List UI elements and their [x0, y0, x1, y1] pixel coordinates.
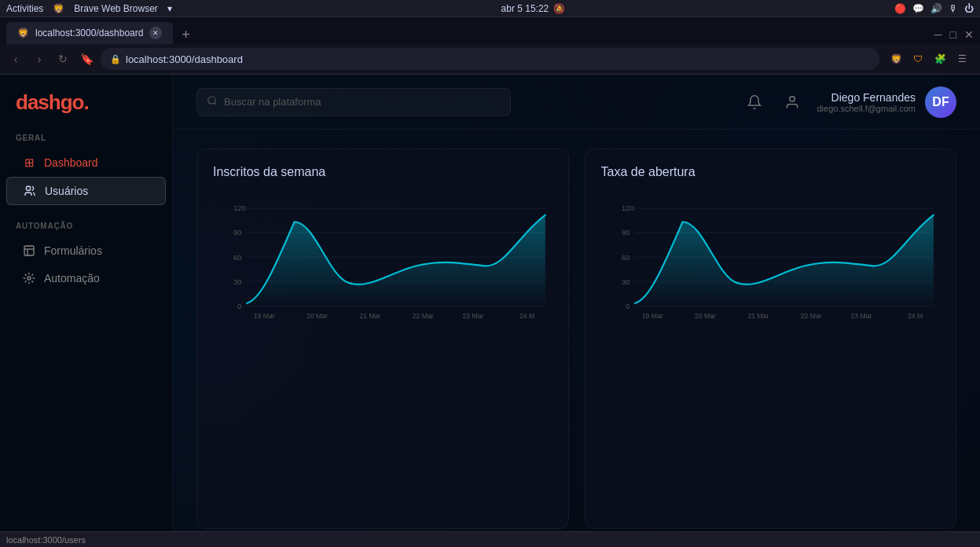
svg-text:20 Mar: 20 Mar	[695, 312, 716, 320]
sidebar: dashgo. GERAL ⊞ Dashboard Usuários AUTOM…	[0, 75, 173, 547]
svg-line-6	[215, 103, 217, 105]
browser-tab-active[interactable]: 🦁 localhost:3000/dashboard ✕	[6, 22, 173, 44]
address-bar: ‹ › ↻ 🔖 🔒 localhost:3000/dashboard 🦁 🛡 🧩…	[0, 44, 980, 74]
browser-name-label[interactable]: Brave Web Browser	[74, 3, 157, 14]
sidebar-item-formularios-label: Formulários	[44, 244, 102, 257]
svg-text:90: 90	[621, 228, 629, 237]
main-content: Inscritos da semana 120 90 60 30 0	[173, 130, 980, 547]
chart-inscritos-title: Inscritos da semana	[213, 165, 552, 179]
users-icon	[23, 184, 37, 198]
close-button[interactable]: ✕	[964, 28, 974, 41]
chart-abertura-area: 120 90 60 30 0	[601, 192, 941, 333]
bookmark-button[interactable]: 🔖	[77, 50, 96, 68]
forward-button[interactable]: ›	[30, 50, 49, 68]
svg-text:90: 90	[233, 228, 242, 237]
no-notify-icon: 🔕	[553, 3, 565, 14]
svg-text:60: 60	[233, 253, 242, 262]
secure-icon: 🔒	[110, 54, 121, 64]
logo-text: dashgo	[16, 90, 83, 114]
svg-text:120: 120	[233, 204, 246, 212]
sidebar-section-automacao: AUTOMAÇÃO Formulários Automação	[0, 222, 172, 292]
user-avatar[interactable]: DF	[925, 86, 956, 118]
tray-icon-3[interactable]: 🔊	[930, 3, 942, 14]
user-name: Diego Fernandes	[817, 91, 916, 104]
svg-text:23 Mar: 23 Mar	[463, 312, 484, 320]
svg-text:24 M: 24 M	[908, 312, 923, 320]
svg-point-7	[789, 96, 795, 101]
new-tab-button[interactable]: +	[176, 25, 195, 44]
activities-label[interactable]: Activities	[6, 3, 43, 14]
status-url: localhost:3000/users	[6, 535, 86, 545]
svg-text:23 Mar: 23 Mar	[850, 312, 872, 320]
chart-abertura: Taxa de abertura 120 90 60 30 0	[585, 149, 957, 529]
menu-icon[interactable]: ☰	[953, 50, 971, 68]
browser-chrome: 🦁 localhost:3000/dashboard ✕ + ─ □ ✕ ‹ ›…	[0, 17, 980, 75]
tray-icon-1[interactable]: 🔴	[894, 3, 906, 14]
user-email: diego.schell.f@gmail.com	[817, 104, 916, 113]
chart-inscritos-area: 120 90 60 30 0	[213, 192, 552, 333]
datetime-label: abr 5 15:22	[501, 3, 549, 14]
user-text: Diego Fernandes diego.schell.f@gmail.com	[817, 91, 916, 113]
chart-abertura-svg: 120 90 60 30 0	[601, 192, 941, 333]
notifications-button[interactable]	[742, 90, 767, 115]
app-logo: dashgo.	[0, 90, 172, 134]
maximize-button[interactable]: □	[950, 28, 956, 41]
minimize-button[interactable]: ─	[934, 28, 942, 41]
svg-text:0: 0	[237, 302, 241, 310]
app-container: dashgo. GERAL ⊞ Dashboard Usuários AUTOM…	[0, 75, 980, 547]
search-icon	[207, 95, 218, 108]
brave-rewards-icon[interactable]: 🦁	[887, 50, 905, 68]
svg-text:120: 120	[621, 204, 633, 212]
url-input[interactable]: 🔒 localhost:3000/dashboard	[101, 48, 879, 70]
forms-icon	[22, 244, 36, 258]
avatar-initials: DF	[932, 95, 949, 109]
sidebar-item-usuarios[interactable]: Usuários	[6, 177, 166, 205]
extensions-icon[interactable]: 🧩	[931, 50, 949, 68]
tray-icon-4[interactable]: 🎙	[949, 3, 958, 14]
user-button[interactable]	[780, 90, 805, 115]
sidebar-item-dashboard[interactable]: ⊞ Dashboard	[6, 149, 166, 176]
brave-shield-icon[interactable]: 🛡	[909, 50, 927, 68]
reload-button[interactable]: ↻	[53, 50, 72, 68]
tab-close-button[interactable]: ✕	[149, 27, 162, 39]
browser-icon: 🦁	[53, 3, 64, 14]
os-bar: Activities 🦁 Brave Web Browser ▾ abr 5 1…	[0, 0, 980, 17]
svg-point-4	[28, 277, 31, 280]
automation-icon	[22, 271, 36, 285]
status-bar: localhost:3000/users	[0, 531, 980, 547]
search-placeholder: Buscar na plataforma	[224, 96, 321, 108]
svg-text:30: 30	[233, 277, 242, 286]
svg-text:21 Mar: 21 Mar	[747, 312, 769, 320]
logo-dot: .	[83, 90, 88, 114]
search-bar[interactable]: Buscar na plataforma	[196, 88, 511, 116]
svg-text:60: 60	[621, 253, 629, 262]
power-icon[interactable]: ⏻	[964, 3, 974, 14]
svg-text:19 Mar: 19 Mar	[641, 312, 663, 320]
chart-inscritos-svg: 120 90 60 30 0	[213, 192, 552, 333]
sidebar-item-usuarios-label: Usuários	[45, 185, 88, 197]
sidebar-item-automacao[interactable]: Automação	[6, 265, 166, 292]
sidebar-item-formularios[interactable]: Formulários	[6, 237, 166, 264]
main-area: Buscar na plataforma Diego Fernandes	[173, 75, 980, 547]
svg-text:22 Mar: 22 Mar	[800, 312, 821, 320]
sidebar-item-dashboard-label: Dashboard	[44, 156, 98, 169]
section-label-automacao: AUTOMAÇÃO	[0, 222, 172, 237]
svg-text:0: 0	[626, 302, 629, 310]
window-controls: ─ □ ✕	[934, 28, 974, 44]
svg-text:22 Mar: 22 Mar	[413, 312, 434, 320]
svg-point-5	[208, 97, 215, 104]
main-header: Buscar na plataforma Diego Fernandes	[173, 75, 980, 130]
section-label-geral: GERAL	[0, 134, 172, 149]
chart-abertura-title: Taxa de abertura	[601, 165, 941, 179]
user-info: Diego Fernandes diego.schell.f@gmail.com…	[817, 86, 957, 118]
svg-text:24 M: 24 M	[519, 312, 534, 320]
url-text: localhost:3000/dashboard	[126, 53, 243, 65]
tray-icon-2[interactable]: 💬	[912, 3, 924, 14]
sidebar-item-automacao-label: Automação	[44, 272, 100, 285]
sidebar-section-geral: GERAL ⊞ Dashboard Usuários	[0, 134, 172, 206]
browser-menu-chevron[interactable]: ▾	[167, 3, 172, 14]
svg-text:21 Mar: 21 Mar	[359, 312, 380, 320]
back-button[interactable]: ‹	[6, 50, 25, 68]
svg-rect-1	[24, 246, 34, 255]
svg-point-0	[26, 186, 30, 190]
